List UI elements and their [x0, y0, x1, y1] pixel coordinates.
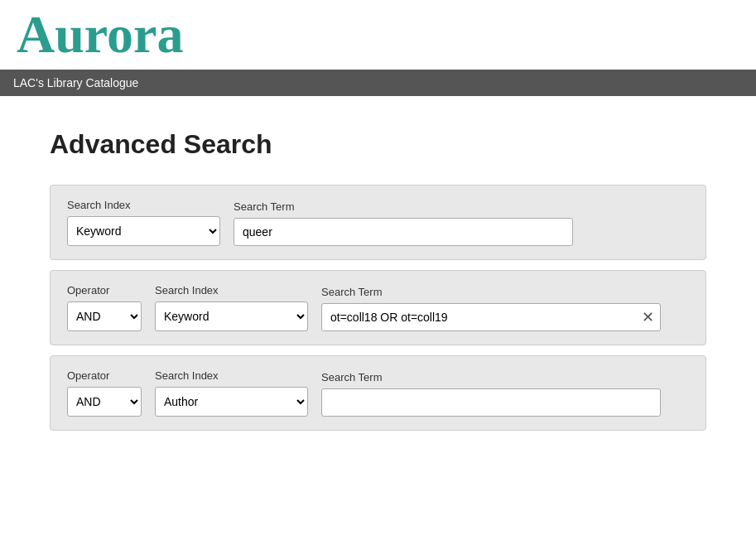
search-row-1: Search Index Keyword Author Title Subjec… — [50, 185, 706, 260]
index-select-1[interactable]: Keyword Author Title Subject ISBN — [67, 216, 220, 246]
index-select-2[interactable]: Keyword Author Title Subject ISBN — [155, 301, 308, 331]
index-group-2: Search Index Keyword Author Title Subjec… — [155, 284, 308, 331]
term-label-3: Search Term — [321, 371, 661, 383]
index-group-3: Search Index Keyword Author Title Subjec… — [155, 369, 308, 417]
operator-label-2: Operator — [67, 284, 142, 297]
term-wrapper-2: ✕ — [321, 303, 661, 331]
search-row-3: Operator AND OR NOT Search Index Keyword… — [50, 355, 706, 431]
index-label-3: Search Index — [155, 369, 308, 382]
search-term-input-1[interactable] — [234, 218, 573, 246]
header-logo: Aurora — [0, 0, 756, 70]
index-label-2: Search Index — [155, 284, 308, 297]
search-row-2: Operator AND OR NOT Search Index Keyword… — [50, 270, 706, 345]
index-group-1: Search Index Keyword Author Title Subjec… — [67, 199, 220, 246]
operator-group-3: Operator AND OR NOT — [67, 369, 142, 417]
term-group-1: Search Term — [234, 200, 573, 246]
page-title: Advanced Search — [50, 129, 706, 160]
term-group-2: Search Term ✕ — [321, 286, 661, 331]
search-term-input-3[interactable] — [321, 388, 661, 417]
index-select-3[interactable]: Keyword Author Title Subject ISBN — [155, 387, 308, 417]
main-content: Advanced Search Search Index Keyword Aut… — [0, 96, 756, 474]
operator-group-2: Operator AND OR NOT — [67, 284, 142, 331]
operator-select-2[interactable]: AND OR NOT — [67, 301, 142, 331]
term-label-1: Search Term — [234, 200, 573, 213]
logo-text: Aurora — [17, 5, 183, 64]
clear-button-2[interactable]: ✕ — [642, 310, 654, 325]
index-label-1: Search Index — [67, 199, 220, 211]
search-term-input-2[interactable] — [321, 303, 661, 331]
term-group-3: Search Term — [321, 371, 661, 417]
operator-select-3[interactable]: AND OR NOT — [67, 387, 142, 417]
operator-label-3: Operator — [67, 369, 142, 382]
term-label-2: Search Term — [321, 286, 661, 298]
nav-label: LAC's Library Catalogue — [13, 76, 138, 89]
nav-bar: LAC's Library Catalogue — [0, 70, 756, 96]
